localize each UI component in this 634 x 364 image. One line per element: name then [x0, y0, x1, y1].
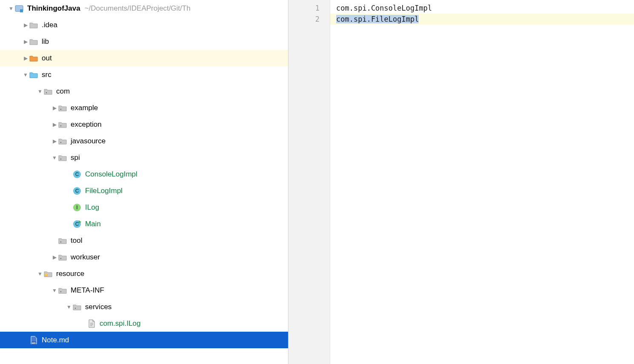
tree-item-javasource[interactable]: ▶javasource: [0, 133, 288, 149]
code-line[interactable]: com.spi.FileLogImpl: [330, 14, 634, 25]
svg-point-2: [46, 92, 47, 93]
file-icon: [87, 319, 96, 328]
folder-icon: [29, 37, 38, 46]
tree-item-label: workuser: [71, 253, 100, 262]
package-icon: [58, 120, 67, 129]
svg-point-3: [60, 108, 61, 109]
project-path-hint: ~/Documents/IDEAProject/Git/Th: [85, 4, 191, 13]
tree-item-services[interactable]: ▼services: [0, 299, 288, 315]
tree-item-label: tool: [71, 236, 82, 245]
chevron-down-icon[interactable]: ▼: [8, 6, 14, 11]
tree-item-label: out: [42, 54, 52, 63]
tree-item-label: lib: [42, 37, 49, 46]
tree-item-label: Main: [85, 220, 101, 228]
chevron-right-icon[interactable]: ▶: [22, 22, 29, 28]
gutter-line-number[interactable]: 1: [288, 3, 320, 14]
svg-rect-18: [46, 274, 47, 275]
module-icon: [14, 4, 24, 13]
svg-text:C: C: [75, 171, 79, 177]
svg-point-6: [60, 158, 61, 159]
tree-item-com[interactable]: ▼com: [0, 83, 288, 100]
tree-item-metainf[interactable]: ▼META-INF: [0, 282, 288, 299]
tree-item-root[interactable]: ▼ThinkingofJava~/Documents/IDEAProject/G…: [0, 0, 288, 17]
editor-gutter: 12: [288, 0, 330, 364]
class-icon: C: [72, 170, 82, 179]
chevron-right-icon[interactable]: ▶: [51, 254, 58, 260]
tree-item-exception[interactable]: ▶exception: [0, 116, 288, 133]
svg-point-20: [60, 291, 61, 292]
gutter-line-number[interactable]: 2: [288, 14, 320, 25]
package-icon: [58, 136, 67, 146]
tree-item-label: exception: [71, 120, 102, 129]
tree-item-label: javasource: [71, 137, 106, 145]
svg-rect-1: [20, 9, 23, 12]
tree-item-label: FileLogImpl: [85, 187, 123, 195]
svg-text:C: C: [75, 221, 79, 227]
chevron-down-icon[interactable]: ▼: [37, 271, 43, 277]
tree-item-label: com: [56, 87, 70, 96]
interface-icon: I: [72, 203, 82, 212]
tree-item-example[interactable]: ▶example: [0, 100, 288, 116]
chevron-right-icon[interactable]: ▶: [22, 55, 29, 61]
svg-point-21: [75, 307, 76, 308]
tree-item-main[interactable]: CMain: [0, 216, 288, 232]
tree-item-comspiilog[interactable]: com.spi.ILog: [0, 315, 288, 332]
tree-item-workuser[interactable]: ▶workuser: [0, 249, 288, 265]
svg-point-5: [60, 142, 61, 142]
tree-item-notemd[interactable]: MDNote.md: [0, 332, 288, 348]
chevron-right-icon[interactable]: ▶: [51, 105, 58, 111]
package-icon: [72, 302, 82, 312]
package-icon: [58, 286, 67, 295]
tree-item-resource[interactable]: ▼resource: [0, 265, 288, 282]
tree-item-label: .idea: [42, 21, 57, 29]
tree-item-label: example: [71, 104, 98, 112]
tree-item-ilog[interactable]: IILog: [0, 199, 288, 216]
folder-icon: [29, 54, 38, 63]
tree-item-label: src: [42, 71, 51, 79]
code-text: com.spi.ConsoleLogImpl: [336, 4, 432, 12]
chevron-down-icon[interactable]: ▼: [66, 304, 72, 310]
svg-point-15: [60, 241, 61, 242]
chevron-right-icon[interactable]: ▶: [51, 138, 58, 144]
tree-item-lib[interactable]: ▶lib: [0, 33, 288, 50]
package-icon: [58, 236, 67, 245]
tree-item-src[interactable]: ▼src: [0, 66, 288, 83]
package-icon: [58, 103, 67, 113]
chevron-down-icon[interactable]: ▼: [22, 72, 29, 78]
markdown-file-icon: MD: [29, 336, 38, 345]
tree-item-filelogimpl[interactable]: CFileLogImpl: [0, 182, 288, 199]
chevron-down-icon[interactable]: ▼: [37, 88, 43, 94]
class-run-icon: C: [72, 219, 82, 229]
class-icon: C: [72, 186, 82, 196]
svg-rect-19: [46, 275, 47, 276]
editor-code[interactable]: com.spi.ConsoleLogImplcom.spi.FileLogImp…: [330, 0, 634, 364]
chevron-right-icon[interactable]: ▶: [51, 122, 58, 128]
chevron-right-icon[interactable]: ▶: [22, 39, 29, 45]
code-line[interactable]: com.spi.ConsoleLogImpl: [330, 3, 634, 14]
folder-icon: [29, 20, 38, 30]
folder-icon: [29, 70, 38, 80]
tree-item-out[interactable]: ▶out: [0, 50, 288, 66]
chevron-down-icon[interactable]: ▼: [51, 287, 58, 293]
tree-item-label: ThinkingofJava: [27, 4, 80, 13]
tree-item-tool[interactable]: tool: [0, 232, 288, 249]
tree-item-spi[interactable]: ▼spi: [0, 149, 288, 166]
code-text: com.spi.FileLogImpl: [336, 15, 419, 23]
tree-item-label: com.spi.ILog: [100, 319, 140, 328]
chevron-down-icon[interactable]: ▼: [51, 155, 58, 161]
tree-item-label: services: [85, 303, 111, 311]
svg-point-16: [60, 258, 61, 259]
package-icon: [58, 153, 67, 162]
tree-item-idea[interactable]: ▶.idea: [0, 17, 288, 33]
tree-item-label: META-INF: [71, 286, 104, 295]
tree-item-label: Note.md: [42, 336, 69, 344]
package-icon: [43, 87, 53, 96]
tree-item-label: spi: [71, 154, 80, 162]
svg-text:MD: MD: [32, 342, 36, 344]
tree-item-consolelogimpl[interactable]: CConsoleLogImpl: [0, 166, 288, 182]
svg-point-4: [60, 125, 61, 126]
tree-item-label: resource: [56, 270, 84, 278]
project-tree: ▼ThinkingofJava~/Documents/IDEAProject/G…: [0, 0, 288, 364]
svg-text:C: C: [75, 188, 79, 194]
tree-item-label: ILog: [85, 203, 99, 212]
